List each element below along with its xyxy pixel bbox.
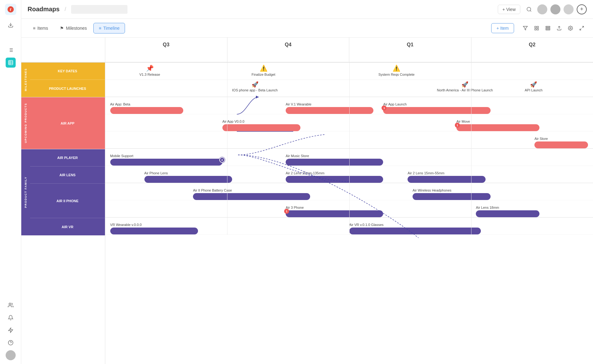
- sidebar-bolt-icon[interactable]: [6, 325, 16, 335]
- tab-timeline[interactable]: ≡ Timeline: [93, 23, 125, 33]
- bar-air3-phone[interactable]: Air 3 Phone 1: [286, 206, 383, 217]
- add-member-button[interactable]: +: [577, 4, 587, 14]
- launch-na: 🚀 North America - Air III Phone Launch: [437, 81, 493, 92]
- svg-rect-23: [546, 26, 550, 27]
- bar-mobile-support[interactable]: Mobile Support 4: [110, 154, 222, 166]
- bar-air2-lens-135[interactable]: Air 2 Lens 15mm-135mm: [286, 171, 383, 183]
- upcoming-label-text: UPCOMING PRODUCTS: [24, 103, 27, 143]
- sysreqs-label: System Reqs Complete: [378, 73, 415, 76]
- breadcrumb: [71, 5, 127, 14]
- items-tab-icon: ≡: [33, 26, 35, 31]
- tab-items[interactable]: ≡ Items: [28, 23, 53, 33]
- timeline-tab-icon: ≡: [99, 26, 101, 31]
- product-launches-label: PRODUCT LAUNCHES: [30, 80, 105, 97]
- upcoming-rows: AIR APP: [30, 97, 105, 149]
- warning-icon-2: ⚠️: [393, 64, 400, 72]
- bar-vr-wearable[interactable]: VR Wearable v.0.0.0: [110, 223, 198, 234]
- export-icon[interactable]: [554, 23, 564, 33]
- product-family-label-text: PRODUCT FAMILY: [24, 177, 27, 208]
- bar-wireless-headphones-bar: [413, 193, 491, 200]
- svg-marker-14: [8, 328, 13, 333]
- pin-icon: 📌: [146, 64, 154, 72]
- svg-line-28: [582, 26, 584, 28]
- timeline-grid: Q3 Q4 Q1 Q2: [105, 38, 593, 364]
- bar-air-app-launch-bar: 1: [383, 107, 491, 114]
- user-avatar[interactable]: [6, 350, 16, 360]
- wireless-headphones-label: Air Wireless Headphones: [413, 188, 491, 192]
- sidebar-help-icon[interactable]: [6, 338, 16, 348]
- air-app-label: AIR APP: [30, 97, 105, 149]
- svg-point-17: [527, 7, 531, 11]
- sidebar-roadmap-icon[interactable]: [6, 58, 16, 68]
- tab-milestones[interactable]: ⚑ Milestones: [55, 23, 92, 33]
- milestones-tab-icon: ⚑: [60, 26, 64, 31]
- toolbar-icons: [520, 23, 587, 33]
- page-title: Roadmaps: [28, 6, 60, 13]
- sidebar-list-icon[interactable]: [6, 45, 16, 55]
- sidebar-bell-icon[interactable]: [6, 313, 16, 323]
- bar-air-lens-18[interactable]: Air Lens 18mm: [476, 206, 539, 217]
- filter-icon[interactable]: [520, 23, 530, 33]
- timeline-rows-container: 📌 V1.3 Release ⚠️ Finalize Budget ⚠️: [105, 63, 593, 235]
- avatar-2: [550, 4, 560, 14]
- bar-air-app-launch[interactable]: Air App Launch 1: [383, 102, 491, 114]
- ios-launch-label: IOS phone app - Beta Launch: [232, 88, 278, 92]
- header: Roadmaps / + View +: [21, 0, 593, 19]
- app-logo[interactable]: r: [5, 4, 16, 15]
- timeline-area: MILESTONES KEY DATES PRODUCT LAUNCHES UP…: [21, 38, 593, 364]
- group-icon[interactable]: [543, 23, 553, 33]
- air-music-store-label: Air Music Store: [286, 154, 383, 158]
- bar-vr-wearable-bar: [110, 228, 198, 234]
- sidebar: r: [0, 0, 21, 364]
- settings-icon[interactable]: [565, 23, 575, 33]
- air-lens-18-label: Air Lens 18mm: [476, 206, 539, 209]
- upcoming-vert-label: UPCOMING PRODUCTS: [21, 97, 30, 149]
- mobile-support-label: Mobile Support: [110, 154, 222, 158]
- dep-badge-3: 1: [284, 209, 289, 214]
- bar-air-app-beta[interactable]: Air App: Beta: [110, 102, 184, 114]
- rocket-icon-3: 🚀: [530, 81, 537, 88]
- bar-air-phone-lens[interactable]: Air Phone Lens: [144, 171, 232, 183]
- air-phone-lens-label: Air Phone Lens: [144, 171, 232, 175]
- svg-rect-9: [8, 60, 13, 65]
- search-icon[interactable]: [524, 4, 534, 14]
- bar-air2-lens-55[interactable]: Air 2 Lens 15mm-55mm: [408, 171, 486, 183]
- sidebar-download-icon[interactable]: [6, 20, 16, 30]
- product-family-group: PRODUCT FAMILY AIR PLAYER AIR LENS AIR I…: [21, 149, 105, 235]
- bar-air-v1[interactable]: Air V.1 Wearable: [286, 102, 373, 114]
- sidebar-person-icon[interactable]: [6, 300, 16, 310]
- vr-wearable-label: VR Wearable v.0.0.0: [110, 223, 198, 227]
- svg-rect-21: [537, 28, 538, 30]
- bar-air-music-store[interactable]: Air Music Store: [286, 154, 383, 166]
- bar-air-vr-glasses-bar: [349, 228, 481, 234]
- bar-air-vr-glasses[interactable]: Air VR v.0.1.0 Glasses: [349, 223, 481, 234]
- v13-label: V1.3 Release: [139, 73, 160, 76]
- bar-air-music-store-bar: [286, 159, 383, 166]
- bar-air-move[interactable]: Air Move 1: [456, 120, 539, 131]
- quarter-q3: Q3: [105, 38, 227, 62]
- bar-air-v1-label: Air V.1 Wearable: [286, 102, 373, 106]
- bar-battery-case[interactable]: Air II Phone Battery Case: [193, 188, 310, 200]
- columns-icon[interactable]: [532, 23, 542, 33]
- bar-air-move-label: Air Move: [456, 120, 539, 123]
- label-header: [21, 38, 105, 63]
- milestones-vert-label: MILESTONES: [21, 63, 30, 97]
- bar-wireless-headphones[interactable]: Air Wireless Headphones: [413, 188, 491, 200]
- bar-air2-lens-135-bar: [286, 176, 383, 183]
- avatar-3: [564, 4, 574, 14]
- avatar-1: [537, 4, 547, 14]
- bar-air-app-v000[interactable]: Air App V0.0.0: [222, 120, 300, 131]
- expand-icon[interactable]: [577, 23, 587, 33]
- milestone-budget: ⚠️ Finalize Budget: [252, 64, 275, 76]
- bar-air-store-bar: [534, 141, 588, 148]
- milestones-tab-label: Milestones: [66, 26, 87, 31]
- bar-air-store[interactable]: Air Store: [534, 137, 588, 148]
- add-item-button[interactable]: + Item: [491, 23, 514, 33]
- bar-air-app-v000-label: Air App V0.0.0: [222, 120, 300, 123]
- bar-air-lens-18-bar: [476, 210, 539, 217]
- milestones-rows: KEY DATES PRODUCT LAUNCHES: [30, 63, 105, 97]
- add-view-button[interactable]: + View: [498, 5, 520, 14]
- bar-air-phone-lens-bar: [144, 176, 232, 183]
- key-dates-label: KEY DATES: [30, 63, 105, 80]
- air-player-label: AIR PLAYER: [30, 149, 105, 167]
